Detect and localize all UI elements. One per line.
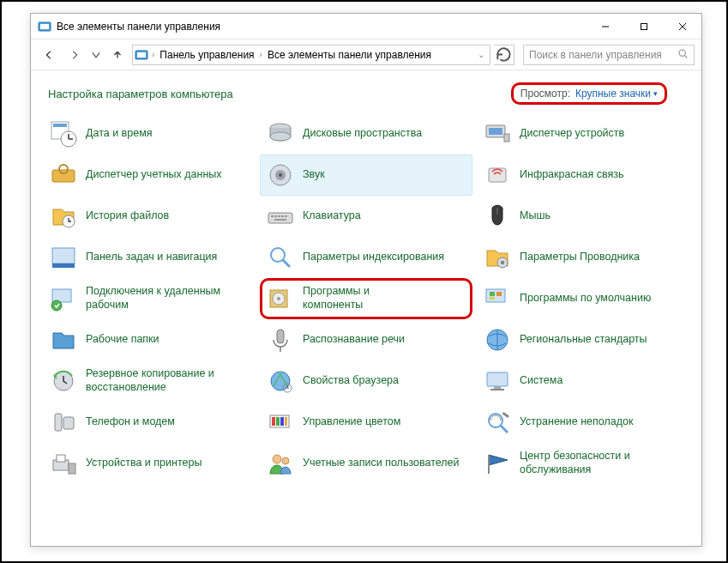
cp-item-label: Управление цветом [303,415,400,429]
back-button[interactable] [38,44,60,66]
cp-item-label: Телефон и модем [86,415,175,429]
forward-button[interactable] [63,44,86,66]
control-panel-window: Все элементы панели управления › Панель … [30,13,702,547]
address-bar-icon [135,48,148,62]
items-scroll-area[interactable]: Дата и времяДисковые пространстваДиспетч… [31,113,701,546]
remote-icon [50,285,77,312]
cp-item-label: Диспетчер устройств [520,127,624,141]
cp-item-label: Распознавание речи [303,333,405,347]
view-by-dropdown[interactable]: Просмотр: Крупные значки [511,82,667,105]
cp-item-taskbar[interactable]: Панель задач и навигация [43,237,256,278]
cp-item-label: Программы по умолчанию [520,292,651,306]
cp-item-mouse[interactable]: Мышь [477,196,689,237]
cp-item-label: Инфракрасная связь [520,168,624,182]
titlebar: Все элементы панели управления [31,14,701,39]
minimize-button[interactable] [586,14,624,39]
cp-item-label: Параметры индексирования [303,251,444,264]
up-button[interactable] [106,44,129,66]
programs-icon [267,285,294,312]
cp-item-label: Параметры Проводника [520,251,640,264]
content-header: Настройка параметров компьютера Просмотр… [31,70,701,113]
cp-item-disks[interactable]: Дисковые пространства [260,113,472,154]
address-dropdown-icon[interactable]: ⌄ [478,50,488,59]
breadcrumb-current[interactable]: Все элементы панели управления [262,49,436,61]
devices-printers-icon [50,450,77,477]
cp-item-label: Диспетчер учетных данных [86,168,222,182]
cp-item-label: Устранение неполадок [520,415,633,429]
cp-item-backup[interactable]: Резервное копирование и восстановление [43,360,256,402]
cp-item-remote[interactable]: Подключения к удаленным рабочим [43,278,256,319]
cp-item-work-folders[interactable]: Рабочие папки [43,319,256,360]
cp-item-label: Рабочие папки [86,333,159,347]
svg-line-9 [685,55,688,58]
cp-item-label: Дата и время [86,127,153,141]
search-icon [677,48,689,62]
cp-item-devices-printers[interactable]: Устройства и принтеры [43,443,256,484]
cp-item-label: Учетные записи пользователей [303,457,460,470]
breadcrumb-root[interactable]: Панель управления [154,49,259,61]
cp-item-indexing[interactable]: Параметры индексирования [260,237,472,278]
cp-item-keyboard[interactable]: Клавиатура [260,196,472,237]
svg-rect-7 [137,52,146,58]
sound-icon [267,161,294,189]
cp-item-label: Устройства и принтеры [86,457,202,470]
control-panel-icon [38,20,51,33]
user-accounts-icon [267,450,294,477]
phone-icon [50,409,77,436]
cp-item-system[interactable]: Система [477,360,689,402]
refresh-button[interactable] [494,45,514,65]
mouse-icon [484,203,511,230]
cp-item-color[interactable]: Управление цветом [260,402,472,443]
search-input[interactable]: Поиск в панели управления [523,45,695,65]
cp-item-infrared[interactable]: Инфракрасная связь [477,154,689,196]
keyboard-icon [267,203,294,230]
cp-item-label: Резервное копирование и восстановление [86,367,249,394]
cp-item-programs[interactable]: Программы и компоненты [260,278,472,319]
close-button[interactable] [663,14,701,39]
cp-item-region[interactable]: Региональные стандарты [477,319,689,360]
device-manager-icon [484,120,511,148]
troubleshoot-icon [484,409,511,436]
cp-item-credentials[interactable]: Диспетчер учетных данных [43,154,256,196]
cp-item-label: Система [520,374,563,388]
color-icon [267,409,294,436]
page-title: Настройка параметров компьютера [48,88,233,100]
cp-item-action-center[interactable]: Центр безопасности и обслуживания [477,443,689,484]
folder-options-icon [484,244,511,271]
view-by-value: Крупные значки [575,88,658,100]
cp-item-user-accounts[interactable]: Учетные записи пользователей [260,443,472,484]
cp-item-label: Клавиатура [303,209,361,223]
cp-item-sound[interactable]: Звук [260,154,472,196]
svg-point-8 [679,50,685,56]
internet-options-icon [267,367,294,395]
cp-item-troubleshoot[interactable]: Устранение неполадок [477,402,689,443]
svg-rect-3 [641,23,647,29]
cp-item-file-history[interactable]: История файлов [43,196,256,237]
cp-item-device-manager[interactable]: Диспетчер устройств [477,113,689,154]
cp-item-speech[interactable]: Распознавание речи [260,319,472,360]
cp-item-label: История файлов [86,209,169,223]
cp-item-folder-options[interactable]: Параметры Проводника [477,237,689,278]
credentials-icon [50,161,77,189]
cp-item-label: Центр безопасности и обслуживания [520,450,683,476]
region-icon [484,326,511,354]
maximize-button[interactable] [624,14,663,39]
cp-item-label: Свойства браузера [303,374,399,388]
infrared-icon [484,161,511,189]
recent-locations-button[interactable] [89,44,103,66]
cp-item-default-programs[interactable]: Программы по умолчанию [477,278,689,319]
address-bar[interactable]: › Панель управления › Все элементы панел… [132,45,490,65]
action-center-icon [484,450,511,477]
cp-item-label: Дисковые пространства [303,127,422,141]
cp-item-label: Подключения к удаленным рабочим [86,285,249,312]
taskbar-icon [50,244,77,271]
cp-item-internet-options[interactable]: Свойства браузера [260,360,472,402]
cp-item-label: Мышь [520,209,551,223]
navigation-bar: › Панель управления › Все элементы панел… [31,39,701,70]
cp-item-clock[interactable]: Дата и время [43,113,256,154]
svg-rect-1 [40,24,49,29]
cp-item-phone[interactable]: Телефон и модем [43,402,256,443]
cp-item-label: Звук [303,168,325,182]
speech-icon [267,326,294,354]
cp-item-label: Программы и компоненты [303,285,431,312]
